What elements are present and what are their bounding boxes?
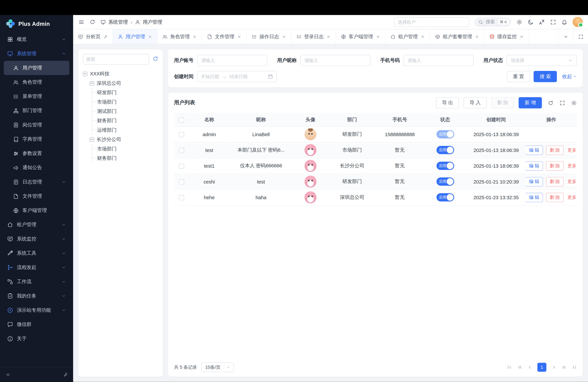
app-logo[interactable]: Plus Admin [0, 15, 73, 31]
select-all-checkbox[interactable] [179, 117, 184, 123]
account-input[interactable] [197, 55, 267, 66]
tab-role-mgmt[interactable]: 角色管理 [157, 29, 202, 44]
tabs-fullscreen-button[interactable] [573, 29, 588, 44]
hamburger-menu-icon[interactable] [78, 19, 84, 25]
delete-row-button[interactable]: 删 除 [546, 146, 564, 155]
tab-tenant-mgmt[interactable]: 租户管理 [385, 29, 430, 44]
tab-operation-log[interactable]: 操作日志 [247, 29, 291, 44]
edit-button[interactable]: 编 辑 [526, 161, 543, 170]
tree-node-dept[interactable]: 测试部门 [92, 106, 158, 116]
sidebar-item-wechat-group[interactable]: 微信群 [4, 317, 69, 332]
date-range-picker[interactable]: 开始日期 → 结束日期 [197, 71, 277, 82]
tabs-dropdown-button[interactable] [558, 29, 573, 44]
sidebar-item-system-mgmt[interactable]: 系统管理 [4, 46, 69, 61]
more-button[interactable]: 更多 [567, 177, 577, 186]
more-button[interactable]: 更多 [567, 193, 577, 202]
import-button[interactable]: 导 入 [463, 97, 486, 108]
sidebar-item-workflow[interactable]: 工作流 [4, 275, 69, 289]
edit-button[interactable]: 编 辑 [526, 193, 543, 202]
edit-button[interactable]: 编 辑 [526, 146, 543, 155]
more-button[interactable]: 更多 [567, 161, 577, 170]
search-button[interactable]: 搜 索 [534, 71, 557, 82]
user-avatar[interactable] [573, 17, 583, 27]
add-button[interactable]: 新 增 [519, 97, 542, 108]
delete-button[interactable]: 删 除 [491, 97, 514, 108]
breadcrumb-item[interactable]: 用户管理 [143, 19, 162, 25]
first-page-icon[interactable] [507, 365, 512, 370]
status-toggle[interactable]: 启用 [436, 177, 454, 186]
current-page[interactable]: 1 [537, 363, 546, 372]
collapse-filters-link[interactable]: 收起 [562, 73, 577, 80]
delete-row-button[interactable]: 删 除 [546, 177, 564, 186]
tree-node-dept[interactable]: 研发部门 [92, 88, 158, 97]
tree-node-dept[interactable]: 财务部门 [92, 153, 158, 163]
row-checkbox[interactable] [179, 164, 184, 169]
sidebar-item-notice[interactable]: 通知公告 [4, 161, 69, 175]
sidebar-item-log-mgmt[interactable]: 日志管理 [4, 175, 69, 189]
status-toggle[interactable]: 启用 [436, 193, 454, 201]
close-icon[interactable] [148, 34, 152, 39]
tab-login-log[interactable]: 登录日志 [291, 29, 336, 44]
status-toggle[interactable]: 启用 [436, 162, 454, 170]
tab-file-mgmt[interactable]: 文件管理 [202, 29, 247, 44]
tree-node-company[interactable]: 长沙分公司 [83, 135, 158, 144]
fullscreen-icon[interactable] [550, 19, 556, 25]
sidebar-item-param-settings[interactable]: 参数设置 [4, 146, 69, 160]
tab-cache-monitor[interactable]: 缓存监控 [484, 29, 529, 44]
tree-node-dept[interactable]: 市场部门 [92, 144, 158, 153]
nickname-input[interactable] [300, 55, 370, 66]
tree-collapse-icon[interactable] [90, 137, 94, 142]
phone-input[interactable] [403, 55, 474, 66]
next-page-icon[interactable] [551, 365, 556, 370]
sidebar-item-flow-start[interactable]: 流程发起 [4, 260, 69, 275]
page-size-select[interactable]: 10条/页 [202, 362, 234, 372]
breadcrumb-item[interactable]: 系统管理 [108, 19, 128, 25]
table-refresh-icon[interactable] [548, 100, 553, 106]
collapse-sidebar-icon[interactable] [5, 372, 10, 377]
language-icon[interactable] [539, 19, 545, 25]
next-jump-icon[interactable] [561, 365, 567, 370]
prev-page-icon[interactable] [527, 365, 532, 370]
table-fullscreen-icon[interactable] [560, 100, 565, 106]
close-icon[interactable] [282, 34, 286, 39]
delete-row-button[interactable]: 删 除 [546, 193, 564, 202]
sidebar-item-dept-mgmt[interactable]: 部门管理 [4, 104, 69, 118]
sidebar-item-my-tasks[interactable]: 我的任务 [4, 289, 69, 303]
tenant-select-input[interactable] [394, 17, 469, 27]
tree-node-dept[interactable]: 财务部门 [92, 116, 158, 125]
sidebar-item-post-mgmt[interactable]: 岗位管理 [4, 118, 69, 132]
close-icon[interactable] [519, 34, 524, 39]
refresh-page-icon[interactable] [90, 19, 95, 25]
tree-node-company[interactable]: 深圳总公司 [83, 78, 158, 88]
sidebar-item-menu-mgmt[interactable]: 菜单管理 [4, 89, 69, 104]
sidebar-item-overview[interactable]: 概览 [4, 32, 69, 46]
table-settings-icon[interactable] [571, 100, 577, 106]
sidebar-item-user-mgmt[interactable]: 用户管理 [4, 61, 69, 75]
export-button[interactable]: 导 出 [436, 97, 459, 108]
sidebar-item-dict-mgmt[interactable]: 字典管理 [4, 132, 69, 146]
close-icon[interactable] [192, 34, 197, 39]
status-select[interactable]: 请选择 [507, 55, 577, 66]
sidebar-item-role-mgmt[interactable]: 角色管理 [4, 75, 69, 89]
close-icon[interactable] [237, 34, 242, 39]
tab-tenant-package[interactable]: 租户套餐管理 [430, 29, 484, 44]
row-checkbox[interactable] [179, 132, 184, 137]
close-icon[interactable] [376, 34, 380, 39]
tree-node-dept[interactable]: 市场部门 [92, 97, 158, 106]
row-checkbox[interactable] [179, 179, 184, 185]
sidebar-item-demo-features[interactable]: 演示站专用功能 [4, 303, 69, 317]
tree-node-root[interactable]: XXX科技 [83, 69, 158, 78]
settings-gear-icon[interactable] [516, 19, 522, 25]
tree-collapse-icon[interactable] [83, 71, 87, 76]
close-icon[interactable] [475, 34, 479, 39]
row-checkbox[interactable] [179, 148, 184, 153]
sidebar-item-about[interactable]: 关于 [4, 332, 69, 346]
status-toggle[interactable]: 启用 [436, 146, 454, 154]
row-checkbox[interactable] [179, 195, 184, 200]
reset-button[interactable]: 重 置 [507, 71, 530, 82]
sidebar-item-tenant-mgmt[interactable]: 租户管理 [4, 218, 69, 232]
pin-icon[interactable] [103, 34, 108, 39]
status-toggle[interactable]: 启用 [436, 130, 454, 139]
close-icon[interactable] [326, 34, 331, 39]
tree-node-dept[interactable]: 运维部门 [92, 125, 158, 135]
